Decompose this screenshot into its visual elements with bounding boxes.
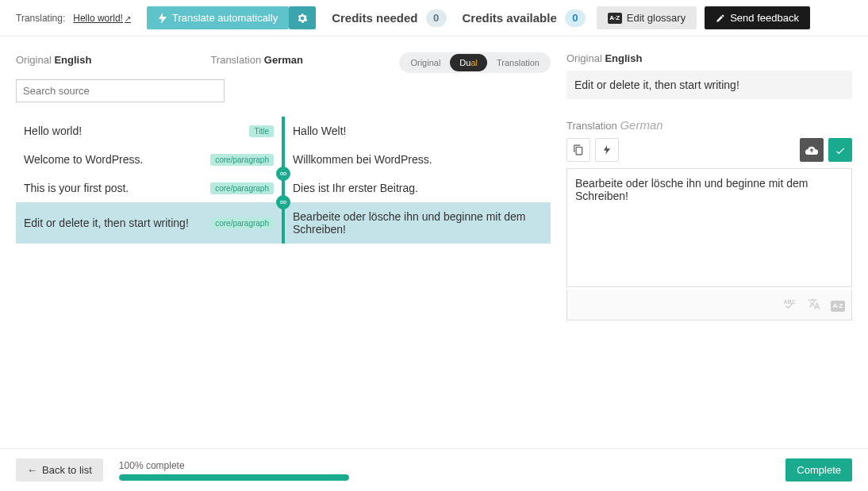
row-divider: [282, 117, 285, 145]
source-text: Hello world!: [24, 125, 82, 137]
search-input[interactable]: [16, 79, 225, 102]
target-cell: Willkommen bei WordPress.: [285, 145, 551, 174]
right-column: Original English Edit or delete it, then…: [567, 52, 852, 320]
translating-link-text: Hello world!: [73, 13, 123, 24]
topbar: Translating: Hello world!↗ Translate aut…: [0, 0, 868, 36]
block-type-tag: core/paragraph: [210, 182, 274, 194]
confirm-button[interactable]: [828, 138, 852, 162]
gear-icon: [297, 13, 308, 24]
table-row[interactable]: Hello world!TitleHallo Welt!: [16, 117, 551, 145]
target-cell: Bearbeite oder lösche ihn und beginne mi…: [285, 202, 551, 244]
translation-header: Translation German: [210, 54, 303, 66]
tab-translation[interactable]: Translation: [487, 54, 549, 71]
translation-textarea[interactable]: [567, 168, 852, 287]
source-text: Edit or delete it, then start writing!: [24, 217, 189, 229]
link-icon[interactable]: [276, 167, 290, 181]
table-row[interactable]: Welcome to WordPress.core/paragraphWillk…: [16, 145, 551, 174]
original-header: Original English: [16, 54, 91, 66]
preview-original-text: Edit or delete it, then start writing!: [567, 71, 852, 99]
credits-available-badge: 0: [565, 10, 586, 27]
cloud-upload-icon: [805, 145, 818, 155]
translation-label: Translation: [210, 54, 261, 66]
tab-dual-prefix: Du: [459, 58, 470, 67]
preview-translation-lang: German: [620, 118, 663, 132]
glossary-icon: A·Z: [608, 13, 622, 24]
edit-footer: ABC A·Z: [567, 290, 852, 320]
edit-toolbar-left: [567, 138, 619, 162]
send-feedback-label: Send feedback: [730, 12, 799, 24]
row-divider: [282, 145, 285, 174]
credits-needed-badge: 0: [426, 10, 447, 27]
machine-translate-button[interactable]: [595, 138, 619, 162]
external-link-icon: ↗: [125, 14, 131, 23]
lightning-icon: [603, 144, 611, 155]
check-icon: [835, 145, 846, 155]
dual-header: Original English Translation German Orig…: [16, 52, 551, 73]
spellcheck-icon[interactable]: ABC: [783, 297, 797, 312]
translate-icon[interactable]: [807, 297, 821, 312]
source-text: This is your first post.: [24, 182, 129, 194]
edit-glossary-button[interactable]: A·Z Edit glossary: [597, 6, 697, 29]
view-tabs: Original Dual Translation: [399, 52, 551, 73]
credits-available-label: Credits available: [463, 11, 557, 25]
main: Original English Translation German Orig…: [0, 36, 868, 336]
source-text: Welcome to WordPress.: [24, 153, 143, 166]
credits-needed-label: Credits needed: [332, 11, 417, 25]
preview-original-header: Original English: [567, 52, 852, 64]
preview-original-label: Original: [567, 52, 602, 64]
edit-toolbar-right: [800, 138, 852, 162]
translate-auto-label: Translate automatically: [172, 12, 278, 24]
left-column: Original English Translation German Orig…: [16, 52, 551, 320]
translation-lang: German: [264, 54, 303, 66]
glossary-footer-icon[interactable]: A·Z: [831, 297, 845, 312]
target-cell: Hallo Welt!: [285, 117, 551, 145]
translating-label: Translating:: [16, 13, 65, 24]
source-cell: This is your first post.core/paragraph: [16, 174, 282, 202]
cloud-button[interactable]: [800, 138, 824, 162]
block-type-tag: core/paragraph: [210, 154, 274, 166]
translate-settings-button[interactable]: [289, 6, 316, 29]
block-type-tag: Title: [249, 125, 274, 137]
preview-translation-label: Translation: [567, 120, 617, 132]
translate-automatically-button[interactable]: Translate automatically: [147, 6, 289, 29]
link-icon[interactable]: [276, 195, 290, 209]
pencil-icon: [716, 13, 725, 23]
source-cell: Welcome to WordPress.core/paragraph: [16, 145, 282, 174]
copy-source-button[interactable]: [567, 138, 590, 162]
translation-rows: Hello world!TitleHallo Welt!Welcome to W…: [16, 117, 551, 244]
source-cell: Edit or delete it, then start writing!co…: [16, 202, 282, 244]
block-type-tag: core/paragraph: [210, 217, 274, 229]
lightning-icon: [158, 13, 167, 24]
copy-icon: [573, 144, 584, 155]
original-label: Original: [16, 54, 52, 66]
tab-dual-suffix: al: [470, 58, 478, 67]
edit-glossary-label: Edit glossary: [627, 12, 686, 24]
source-cell: Hello world!Title: [16, 117, 282, 145]
preview-original-lang: English: [605, 52, 642, 64]
tab-dual[interactable]: Dual: [450, 54, 487, 71]
target-cell: Dies ist Ihr erster Beitrag.: [285, 174, 551, 202]
tab-original[interactable]: Original: [401, 54, 450, 71]
send-feedback-button[interactable]: Send feedback: [705, 6, 810, 29]
edit-header: Translation German: [567, 118, 852, 132]
translating-link[interactable]: Hello world!↗: [73, 13, 131, 24]
svg-text:ABC: ABC: [784, 299, 796, 305]
original-lang: English: [54, 54, 91, 66]
